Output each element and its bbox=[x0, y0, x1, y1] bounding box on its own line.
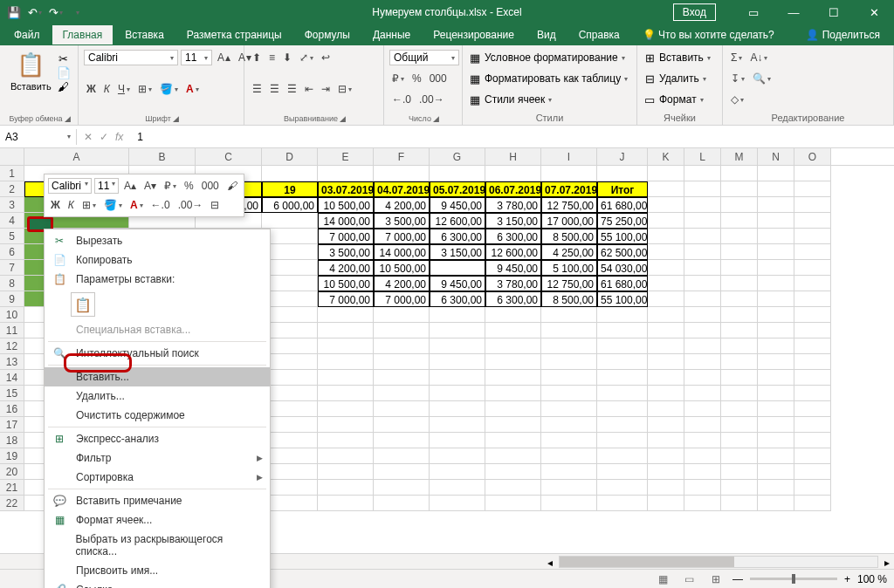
cell[interactable]: 04.07.2019 bbox=[374, 181, 430, 197]
cell[interactable]: 12 600,00 bbox=[485, 244, 541, 260]
cell[interactable] bbox=[374, 307, 430, 323]
cell[interactable]: 9 450,00 bbox=[430, 197, 485, 213]
cell[interactable] bbox=[541, 480, 597, 496]
mini-dec-decimal-icon[interactable]: .00→ bbox=[175, 197, 206, 213]
cell[interactable] bbox=[758, 464, 794, 480]
cell[interactable] bbox=[648, 386, 684, 401]
cell[interactable]: 7 000,00 bbox=[318, 229, 374, 244]
cell[interactable] bbox=[758, 354, 794, 370]
mini-inc-decimal-icon[interactable]: ←.0 bbox=[148, 197, 173, 213]
cm-copy[interactable]: 📄Копировать bbox=[45, 250, 270, 270]
cell[interactable]: 10 500,00 bbox=[374, 260, 430, 276]
cell[interactable]: 3 150,00 bbox=[485, 213, 541, 229]
cell[interactable] bbox=[794, 181, 831, 197]
row-header[interactable]: 1 bbox=[0, 166, 24, 181]
cell[interactable] bbox=[597, 464, 648, 480]
mini-size-select[interactable]: 11▾ bbox=[94, 178, 119, 194]
cell[interactable] bbox=[794, 338, 831, 354]
cell[interactable] bbox=[684, 433, 721, 448]
cell[interactable] bbox=[721, 307, 758, 323]
cell[interactable] bbox=[485, 323, 541, 338]
cell[interactable] bbox=[758, 213, 794, 229]
cell[interactable]: 6 300,00 bbox=[430, 291, 485, 307]
cell[interactable] bbox=[430, 480, 485, 496]
cell[interactable] bbox=[758, 448, 794, 464]
maximize-button[interactable]: ☐ bbox=[814, 0, 854, 24]
undo-icon[interactable]: ↶▾ bbox=[28, 5, 42, 19]
conditional-formatting-button[interactable]: ▦Условное форматирование▾ bbox=[468, 48, 631, 67]
italic-button[interactable]: К bbox=[101, 81, 113, 97]
cell[interactable] bbox=[684, 370, 721, 386]
cell[interactable] bbox=[541, 417, 597, 433]
col-header[interactable]: B bbox=[129, 148, 196, 165]
cell[interactable] bbox=[794, 370, 831, 386]
cell[interactable]: 10 500,00 bbox=[318, 197, 374, 213]
cell[interactable] bbox=[374, 417, 430, 433]
cell[interactable] bbox=[758, 260, 794, 276]
cell[interactable]: 3 500,00 bbox=[374, 213, 430, 229]
cell[interactable] bbox=[430, 166, 485, 181]
currency-icon[interactable]: ₽▾ bbox=[389, 71, 407, 86]
cell[interactable] bbox=[758, 323, 794, 338]
cell[interactable] bbox=[597, 354, 648, 370]
cell[interactable]: 4 250,00 bbox=[541, 244, 597, 260]
cell[interactable]: 61 680,00 bbox=[597, 276, 648, 291]
cell[interactable] bbox=[794, 448, 831, 464]
cell-styles-button[interactable]: ▦Стили ячеек▾ bbox=[468, 90, 631, 109]
orientation-icon[interactable]: ⤢▾ bbox=[297, 50, 316, 65]
fill-color-button[interactable]: 🪣▾ bbox=[157, 81, 181, 97]
fx-icon[interactable]: fx bbox=[115, 131, 123, 143]
col-header[interactable]: N bbox=[758, 148, 794, 165]
align-right-icon[interactable]: ☰ bbox=[285, 81, 299, 97]
cell[interactable] bbox=[684, 291, 721, 307]
cell[interactable] bbox=[758, 229, 794, 244]
cell[interactable] bbox=[318, 464, 374, 480]
cell[interactable] bbox=[794, 276, 831, 291]
cell[interactable] bbox=[374, 370, 430, 386]
cell[interactable] bbox=[430, 338, 485, 354]
cell[interactable]: 3 500,00 bbox=[318, 244, 374, 260]
col-header[interactable]: C bbox=[196, 148, 262, 165]
font-size-select[interactable]: 11▾ bbox=[181, 50, 212, 65]
paste-default-icon[interactable]: 📋 bbox=[71, 292, 95, 317]
tab-home[interactable]: Главная bbox=[52, 25, 113, 44]
cell[interactable] bbox=[758, 291, 794, 307]
cell[interactable] bbox=[758, 433, 794, 448]
cm-filter[interactable]: Фильтр▶ bbox=[45, 448, 270, 468]
cell[interactable] bbox=[597, 448, 648, 464]
cell[interactable] bbox=[721, 370, 758, 386]
cell[interactable] bbox=[430, 401, 485, 417]
cell[interactable] bbox=[794, 229, 831, 244]
cm-format-cells[interactable]: ▦Формат ячеек... bbox=[45, 510, 270, 530]
indent-increase-icon[interactable]: ⇥ bbox=[319, 81, 333, 97]
tab-insert[interactable]: Вставка bbox=[114, 25, 175, 44]
cell[interactable] bbox=[648, 291, 684, 307]
cell[interactable] bbox=[318, 401, 374, 417]
cell[interactable] bbox=[318, 417, 374, 433]
merge-cells-icon[interactable]: ⊟▾ bbox=[335, 81, 354, 97]
align-center-icon[interactable]: ☰ bbox=[267, 81, 282, 97]
cell[interactable] bbox=[684, 213, 721, 229]
cell[interactable] bbox=[684, 448, 721, 464]
insert-cells-button[interactable]: ⊞Вставить▾ bbox=[643, 48, 717, 67]
cell[interactable] bbox=[794, 417, 831, 433]
cell[interactable] bbox=[758, 386, 794, 401]
cell[interactable]: 6 000,00 bbox=[262, 197, 318, 213]
share-button[interactable]: 👤 Поделиться bbox=[795, 25, 891, 44]
col-header[interactable]: J bbox=[597, 148, 648, 165]
col-header[interactable]: I bbox=[541, 148, 597, 165]
cell[interactable] bbox=[597, 480, 648, 496]
find-select-button[interactable]: 🔍▾ bbox=[750, 71, 774, 86]
cut-icon[interactable]: ✂ bbox=[57, 51, 71, 65]
cell[interactable] bbox=[648, 448, 684, 464]
cell[interactable] bbox=[721, 229, 758, 244]
format-painter-icon[interactable]: 🖌 bbox=[57, 79, 71, 93]
cell[interactable] bbox=[684, 417, 721, 433]
mini-merge-icon[interactable]: ⊟ bbox=[208, 197, 222, 213]
cm-sort[interactable]: Сортировка▶ bbox=[45, 468, 270, 487]
cell[interactable] bbox=[794, 291, 831, 307]
tab-data[interactable]: Данные bbox=[362, 25, 421, 44]
cell[interactable] bbox=[318, 496, 374, 511]
normal-view-icon[interactable]: ▦ bbox=[654, 571, 673, 587]
align-middle-icon[interactable]: ≡ bbox=[266, 50, 278, 65]
